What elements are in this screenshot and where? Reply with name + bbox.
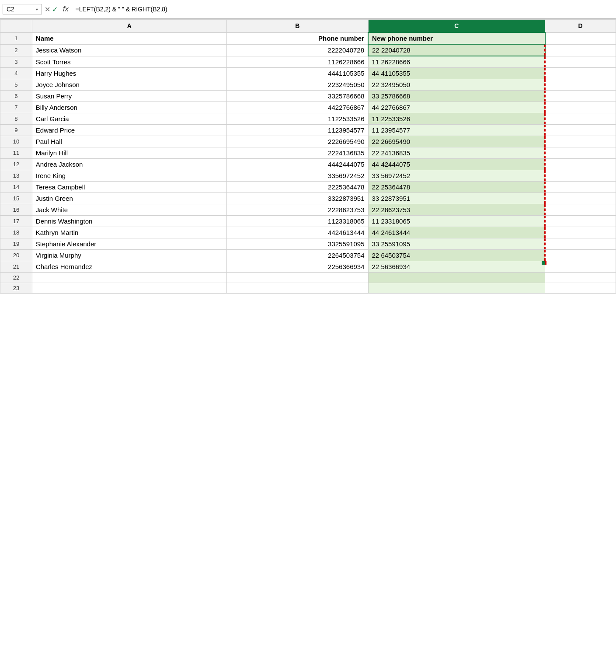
cell-c19[interactable]: 33 25591095 [368,238,545,250]
cell-d22[interactable] [545,273,616,283]
cell-a14[interactable]: Teresa Campbell [32,182,226,193]
cancel-icon[interactable]: ✕ [45,5,50,14]
cell-d12[interactable] [545,159,616,170]
cell-a1[interactable]: Name [32,32,226,44]
cell-c20[interactable]: 22 64503754 [368,250,545,261]
cell-a12[interactable]: Andrea Jackson [32,159,226,170]
cell-d2[interactable] [545,44,616,56]
cell-a11[interactable]: Marilyn Hill [32,147,226,159]
cell-a15[interactable]: Justin Green [32,193,226,204]
cell-b13[interactable]: 3356972452 [226,170,368,182]
cell-c17[interactable]: 11 23318065 [368,216,545,227]
cell-d16[interactable] [545,204,616,216]
cell-a18[interactable]: Kathryn Martin [32,227,226,238]
cell-a8[interactable]: Carl Garcia [32,113,226,125]
cell-d19[interactable] [545,238,616,250]
cell-b3[interactable]: 1126228666 [226,56,368,68]
formula-input[interactable]: =LEFT(B2,2) & " " & RIGHT(B2,8) [73,5,613,14]
cell-d7[interactable] [545,102,616,113]
cell-d5[interactable] [545,79,616,91]
cell-c12[interactable]: 44 42444075 [368,159,545,170]
col-header-B[interactable]: B [226,20,368,33]
cell-a3[interactable]: Scott Torres [32,56,226,68]
cell-c6[interactable]: 33 25786668 [368,91,545,102]
cell-d20[interactable] [545,250,616,261]
cell-c8[interactable]: 11 22533526 [368,113,545,125]
col-header-D[interactable]: D [545,20,616,33]
cell-b15[interactable]: 3322873951 [226,193,368,204]
cell-c4[interactable]: 44 41105355 [368,68,545,79]
cell-a23[interactable] [32,283,226,294]
cell-d10[interactable] [545,136,616,147]
cell-d23[interactable] [545,283,616,294]
cell-d17[interactable] [545,216,616,227]
cell-c18[interactable]: 44 24613444 [368,227,545,238]
cell-c16[interactable]: 22 28623753 [368,204,545,216]
cell-b23[interactable] [226,283,368,294]
cell-d21[interactable] [545,261,616,273]
cell-a20[interactable]: Virginia Murphy [32,250,226,261]
cell-a2[interactable]: Jessica Watson [32,44,226,56]
cell-a19[interactable]: Stephanie Alexander [32,238,226,250]
cell-a17[interactable]: Dennis Washington [32,216,226,227]
cell-c9[interactable]: 11 23954577 [368,125,545,136]
cell-b20[interactable]: 2264503754 [226,250,368,261]
cell-b2[interactable]: 2222040728 [226,44,368,56]
cell-b19[interactable]: 3325591095 [226,238,368,250]
cell-reference-box[interactable]: C2 ▾ [3,4,42,14]
cell-a7[interactable]: Billy Anderson [32,102,226,113]
cell-b11[interactable]: 2224136835 [226,147,368,159]
cell-b12[interactable]: 4442444075 [226,159,368,170]
cell-b9[interactable]: 1123954577 [226,125,368,136]
cell-b4[interactable]: 4441105355 [226,68,368,79]
cell-d6[interactable] [545,91,616,102]
cell-c13[interactable]: 33 56972452 [368,170,545,182]
cell-a6[interactable]: Susan Perry [32,91,226,102]
cell-d1[interactable] [545,32,616,44]
cell-a22[interactable] [32,273,226,283]
cell-b5[interactable]: 2232495050 [226,79,368,91]
cell-d8[interactable] [545,113,616,125]
cell-d3[interactable] [545,56,616,68]
cell-d9[interactable] [545,125,616,136]
cell-c7[interactable]: 44 22766867 [368,102,545,113]
col-header-C[interactable]: C [368,20,545,33]
cell-c10[interactable]: 22 26695490 [368,136,545,147]
cell-c21[interactable]: 22 56366934 [368,261,545,273]
cell-d18[interactable] [545,227,616,238]
cell-a4[interactable]: Harry Hughes [32,68,226,79]
confirm-icon[interactable]: ✓ [52,5,58,14]
cell-b17[interactable]: 1123318065 [226,216,368,227]
cell-b22[interactable] [226,273,368,283]
col-header-A[interactable]: A [32,20,226,33]
cell-b18[interactable]: 4424613444 [226,227,368,238]
cell-b14[interactable]: 2225364478 [226,182,368,193]
cell-a10[interactable]: Paul Hall [32,136,226,147]
cell-c15[interactable]: 33 22873951 [368,193,545,204]
cell-b7[interactable]: 4422766867 [226,102,368,113]
cell-c1[interactable]: New phone number [368,32,545,44]
cell-a13[interactable]: Irene King [32,170,226,182]
cell-c11[interactable]: 22 24136835 [368,147,545,159]
cell-b6[interactable]: 3325786668 [226,91,368,102]
cell-b1[interactable]: Phone number [226,32,368,44]
cell-d14[interactable] [545,182,616,193]
cell-c22[interactable] [368,273,545,283]
cell-b16[interactable]: 2228623753 [226,204,368,216]
cell-a21[interactable]: Charles Hernandez [32,261,226,273]
cell-c2[interactable]: 22 22040728 [368,44,545,56]
cell-a5[interactable]: Joyce Johnson [32,79,226,91]
cell-c23[interactable] [368,283,545,294]
cell-d4[interactable] [545,68,616,79]
cell-a9[interactable]: Edward Price [32,125,226,136]
cell-a16[interactable]: Jack White [32,204,226,216]
cell-d15[interactable] [545,193,616,204]
cell-c5[interactable]: 22 32495050 [368,79,545,91]
cell-c14[interactable]: 22 25364478 [368,182,545,193]
cell-d13[interactable] [545,170,616,182]
cell-d11[interactable] [545,147,616,159]
cell-b10[interactable]: 2226695490 [226,136,368,147]
cell-c3[interactable]: 11 26228666 [368,56,545,68]
cell-b21[interactable]: 2256366934 [226,261,368,273]
cell-b8[interactable]: 1122533526 [226,113,368,125]
